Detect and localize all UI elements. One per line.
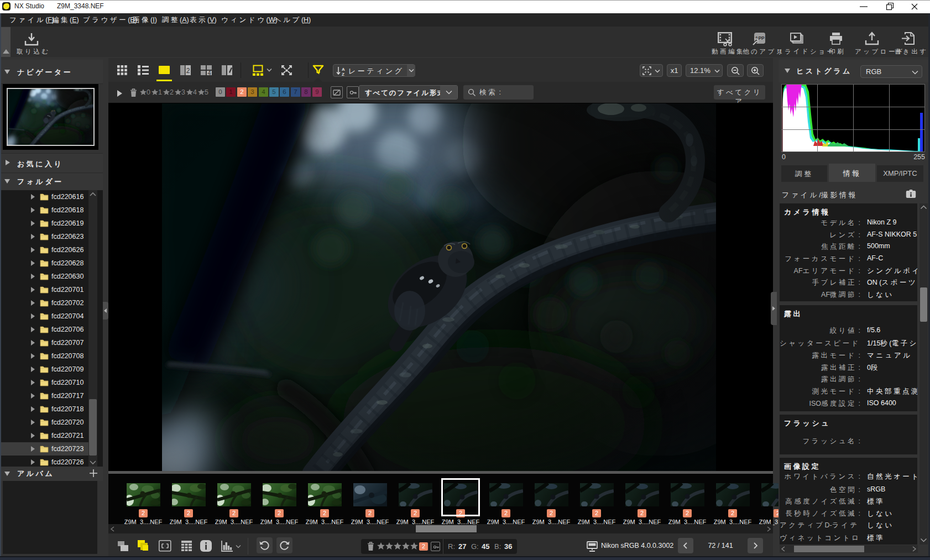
svg-text:Z: Z	[342, 72, 344, 77]
svg-text:2: 2	[186, 67, 190, 75]
svg-text:4: 4	[207, 70, 211, 76]
svg-text:A: A	[342, 67, 345, 72]
